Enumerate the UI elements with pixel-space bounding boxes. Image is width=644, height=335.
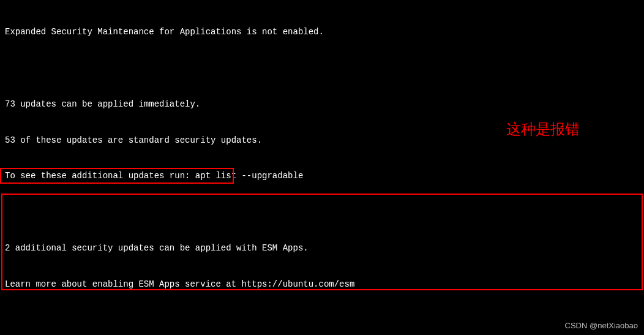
- annotation-text: 这种是报错: [506, 119, 580, 140]
- terminal-line: Learn more about enabling ESM Apps servi…: [5, 279, 639, 291]
- watermark: CSDN @netXiaobao: [565, 320, 638, 331]
- terminal-line: Expanded Security Maintenance for Applic…: [5, 26, 639, 39]
- terminal-line: [5, 206, 639, 219]
- terminal-output[interactable]: Expanded Security Maintenance for Applic…: [0, 0, 644, 335]
- terminal-line: 73 updates can be applied immediately.: [5, 99, 639, 111]
- terminal-line: [5, 62, 639, 75]
- terminal-line: To see these additional updates run: apt…: [5, 170, 639, 183]
- terminal-line: [5, 314, 639, 326]
- terminal-line: 2 additional security updates can be app…: [5, 243, 639, 255]
